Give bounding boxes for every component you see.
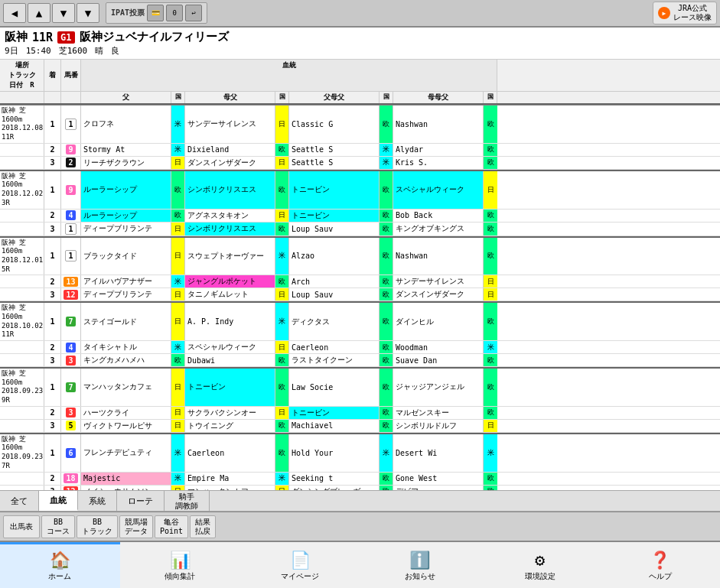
th-ff: 父母父 — [289, 92, 380, 103]
father-country: 米 — [171, 434, 185, 472]
tab-all[interactable]: 全て — [0, 491, 39, 511]
down-btn1[interactable]: ▼ — [52, 3, 75, 23]
ff-cell: Seeking t — [289, 473, 380, 485]
bottom-nav: 🏠 ホーム 📊 傾向集計 📄 マイページ ℹ️ お知らせ ⚙️ 環境設定 ❓ ヘ… — [0, 541, 720, 588]
mff-cell: ダンスインザダーク — [393, 288, 484, 300]
mff-cell: サンデーサイレンス — [393, 275, 484, 288]
race-info-cell — [0, 354, 44, 366]
mfather-country: 欧 — [275, 144, 289, 156]
mff-country: 欧 — [484, 354, 497, 366]
table-row: 阪神 芝1600m2018.12.08 11R1 1 クロフネ米サンデーサイレン… — [0, 106, 720, 144]
table-row: 2 9 Stormy At米Dixieland欧Seattle S米Alydar… — [0, 144, 720, 157]
toolbar-result[interactable]: 結果払戻 — [190, 515, 216, 538]
race-info-cell — [0, 144, 44, 156]
tab-jockey[interactable]: 騎手調教師 — [165, 491, 210, 511]
race-info-cell — [0, 341, 44, 353]
horse-num-cell: 9 — [61, 144, 81, 156]
toolbar-bb-course[interactable]: BBコース — [41, 515, 75, 538]
nav-settings[interactable]: ⚙️ 環境設定 — [480, 542, 600, 588]
mff-cell: Alydar — [393, 144, 484, 156]
rank-cell: 1 — [44, 369, 61, 406]
th-father: 父 — [81, 92, 171, 103]
horse-num-cell: 1 — [61, 106, 81, 143]
horse-num-cell: 12 — [61, 288, 81, 300]
toolbar-keibajo[interactable]: 競馬場データ — [119, 515, 153, 538]
race-name: 阪神ジュベナイルフィリーズ — [80, 30, 229, 44]
race-condition: 良 — [111, 45, 119, 57]
th-mffc: 国 — [484, 92, 497, 103]
father-country: 日 — [171, 407, 185, 419]
ff-cell: Caerleon — [289, 341, 380, 353]
th-mff: 母母父 — [393, 92, 484, 103]
toolbar-kameya[interactable]: 亀谷Point — [155, 515, 188, 538]
top-nav: ◀ ▲ ▼ ▼ IPAT投票 💳 0 ↩ ▶ JRA公式レース映像 — [0, 0, 720, 28]
rank-cell: 2 — [44, 210, 61, 222]
tab-rotation[interactable]: ローテ — [117, 491, 165, 511]
ff-cell: Loup Sauv — [289, 288, 380, 300]
ff-country: 欧 — [380, 369, 393, 406]
toolbar-umahyo[interactable]: 出馬表 — [3, 515, 40, 538]
father-country: 日 — [171, 369, 185, 406]
ipat-icon2[interactable]: 0 — [166, 5, 183, 21]
horse-num-cell: 6 — [61, 434, 81, 472]
ff-cell: トニービン — [289, 407, 380, 419]
horse-num-cell: 3 — [61, 354, 81, 366]
father-country: 日 — [171, 288, 185, 300]
father-country: 日 — [171, 238, 185, 275]
table-row: 阪神 芝1600m2018.09.23 9R1 7 マンハッタンカフェ日トニービ… — [0, 367, 720, 407]
nav-help[interactable]: ❓ ヘルプ — [600, 542, 720, 588]
up-btn[interactable]: ▲ — [28, 3, 50, 23]
ff-country: 欧 — [380, 341, 393, 353]
tab-bloodline[interactable]: 血統 — [39, 491, 78, 511]
father-cell: ルーラーシップ — [81, 171, 171, 209]
th-num: 馬番 — [61, 60, 81, 91]
bottom-toolbar: 出馬表 BBコース BBトラック 競馬場データ 亀谷Point 結果払戻 — [0, 512, 720, 541]
nav-mypage[interactable]: 📄 マイページ — [240, 542, 360, 588]
nav-stats[interactable]: 📊 傾向集計 — [120, 542, 240, 588]
ipat-icon1[interactable]: 💳 — [147, 5, 164, 21]
race-info-cell: 阪神 芝1600m2018.09.23 7R — [0, 434, 44, 472]
mff-cell: Bob Back — [393, 210, 484, 222]
mfather-country: 欧 — [275, 354, 289, 366]
nav-notice[interactable]: ℹ️ お知らせ — [360, 542, 480, 588]
table-row: 3 3 キングカメハメハ欧Dubawi欧ラストタイクーン欧Suave Dan欧 — [0, 354, 720, 367]
mfather-country: 欧 — [275, 223, 289, 236]
father-cell: Majestic — [81, 473, 171, 485]
nav-home[interactable]: 🏠 ホーム — [0, 542, 120, 588]
father-country: 日 — [171, 223, 185, 236]
mfather-cell: サンデーサイレンス — [185, 106, 275, 143]
ipat-icon3[interactable]: ↩ — [185, 5, 202, 21]
tab-lineage[interactable]: 系統 — [78, 491, 117, 511]
th-fc: 国 — [171, 92, 185, 103]
rank-cell: 3 — [44, 288, 61, 300]
ff-country: 欧 — [380, 288, 393, 300]
mff-cell: マルゼンスキー — [393, 407, 484, 419]
horse-num-cell: 3 — [61, 407, 81, 419]
jra-btn[interactable]: ▶ JRA公式レース映像 — [653, 2, 717, 24]
father-cell: リーチザクラウン — [81, 157, 171, 169]
down-btn2[interactable]: ▼ — [77, 3, 99, 23]
mff-country: 欧 — [484, 223, 497, 236]
toolbar-bb-track[interactable]: BBトラック — [77, 515, 118, 538]
mff-cell: キングオブキングス — [393, 223, 484, 236]
th-mfc: 国 — [275, 92, 289, 103]
father-country: 米 — [171, 473, 185, 485]
horse-num-cell: 4 — [61, 341, 81, 353]
mfather-cell: アグネスタキオン — [185, 210, 275, 222]
rank-cell: 3 — [44, 420, 61, 432]
mff-cell: ジャッジアンジェル — [393, 369, 484, 406]
race-info-cell: 阪神 芝1600m2018.12.08 11R — [0, 106, 44, 143]
table-row: 阪神 芝1600m2018.12.01 5R1 1 ブラックタイド日スウェプトオ… — [0, 236, 720, 276]
th-mf: 母父 — [185, 92, 275, 103]
rank-cell: 1 — [44, 171, 61, 209]
father-cell: Stormy At — [81, 144, 171, 156]
mfather-cell: Dixieland — [185, 144, 275, 156]
mff-country: 欧 — [484, 238, 497, 275]
ff-country: 欧 — [380, 303, 393, 340]
table-row: 2 3 ハーツクライ日サクラバクシンオー日トニービン欧マルゼンスキー欧 — [0, 407, 720, 420]
back-btn[interactable]: ◀ — [3, 3, 26, 23]
father-cell: ルーラーシップ — [81, 210, 171, 222]
horse-num-cell: 4 — [61, 210, 81, 222]
rank-cell: 3 — [44, 223, 61, 236]
bottom-tabs: 全て 血統 系統 ローテ 騎手調教師 — [0, 490, 720, 512]
